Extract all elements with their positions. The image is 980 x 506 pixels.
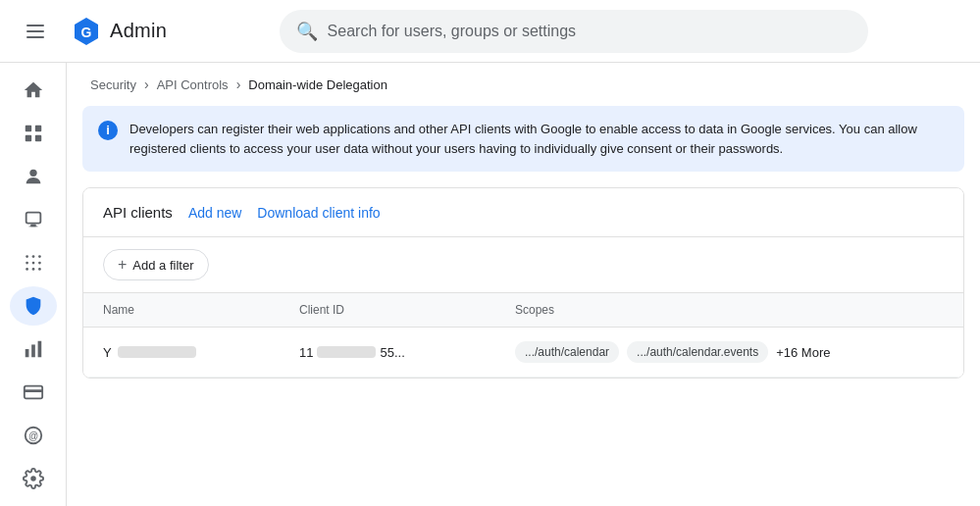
client-name-redacted: [118, 346, 196, 358]
svg-rect-4: [25, 135, 30, 141]
users-icon: [23, 166, 44, 187]
svg-point-13: [26, 262, 28, 265]
main-content: Security › API Controls › Domain-wide De…: [67, 63, 980, 506]
search-bar: 🔍: [280, 10, 868, 53]
sidebar-item-apps[interactable]: [10, 243, 57, 282]
svg-point-15: [38, 262, 41, 265]
breadcrumb-api-controls[interactable]: API Controls: [157, 77, 229, 92]
add-filter-button[interactable]: + Add a filter: [103, 249, 209, 280]
breadcrumb-sep-2: ›: [236, 76, 241, 92]
devices-icon: [23, 209, 44, 230]
sidebar-item-settings[interactable]: [10, 459, 57, 498]
scope-tag-1: .../auth/calendar: [515, 341, 619, 363]
col-header-scopes: Scopes: [515, 303, 944, 317]
svg-rect-2: [25, 126, 30, 131]
svg-point-11: [31, 255, 34, 258]
api-clients-title: API clients: [103, 204, 173, 221]
svg-rect-9: [28, 226, 37, 227]
table-row[interactable]: Y 11 55... .../auth/calendar .../auth/ca…: [83, 328, 963, 378]
svg-point-14: [31, 262, 34, 265]
client-id-cell: 11 55...: [299, 345, 515, 360]
info-banner-text: Developers can register their web applic…: [129, 120, 949, 158]
sidebar-item-users[interactable]: [10, 157, 57, 196]
client-id-redacted: [317, 346, 376, 358]
email-icon: @: [23, 425, 44, 446]
client-name-cell: Y: [103, 345, 299, 360]
svg-point-6: [29, 170, 36, 177]
app-name: Admin: [110, 20, 167, 42]
svg-point-18: [38, 268, 41, 271]
api-clients-header: API clients Add new Download client info: [83, 188, 963, 237]
sidebar-item-home[interactable]: [10, 71, 57, 110]
svg-point-17: [31, 268, 34, 271]
sidebar-item-dashboard[interactable]: [10, 114, 57, 153]
google-logo-icon: G: [71, 16, 102, 47]
breadcrumb-security[interactable]: Security: [90, 77, 136, 92]
sidebar: @: [0, 63, 67, 506]
svg-rect-3: [34, 126, 40, 131]
menu-button[interactable]: [16, 12, 55, 51]
info-banner: i Developers can register their web appl…: [82, 106, 964, 172]
col-header-name: Name: [103, 303, 299, 317]
reports-icon: [23, 338, 44, 360]
svg-point-12: [38, 255, 41, 258]
sidebar-item-billing[interactable]: [10, 373, 57, 412]
search-input[interactable]: [328, 23, 851, 40]
sidebar-item-devices[interactable]: [10, 200, 57, 239]
api-clients-section: API clients Add new Download client info…: [82, 187, 964, 379]
client-name-letter: Y: [103, 345, 112, 360]
svg-rect-7: [26, 213, 40, 224]
download-client-info-button[interactable]: Download client info: [257, 205, 380, 221]
sidebar-item-reports[interactable]: [10, 329, 57, 369]
scopes-cell: .../auth/calendar .../auth/calendar.even…: [515, 341, 944, 363]
svg-rect-20: [31, 344, 35, 357]
svg-point-10: [26, 255, 28, 258]
info-icon: i: [98, 121, 118, 140]
filter-area: + Add a filter: [83, 237, 963, 293]
breadcrumb-current: Domain-wide Delegation: [248, 77, 387, 92]
sidebar-item-email[interactable]: @: [10, 416, 57, 455]
svg-point-26: [30, 476, 36, 481]
svg-rect-23: [24, 389, 41, 392]
svg-text:G: G: [81, 25, 92, 40]
breadcrumb: Security › API Controls › Domain-wide De…: [67, 63, 980, 106]
client-id-suffix: 55...: [380, 345, 404, 360]
sidebar-item-security[interactable]: [10, 286, 57, 326]
main-layout: @ Security › API Controls › Domain-wide …: [0, 63, 980, 506]
svg-rect-21: [37, 341, 41, 358]
table-area: Name Client ID Scopes Y 11 55...: [83, 293, 963, 378]
scope-tag-2: .../auth/calendar.events: [627, 341, 768, 363]
dashboard-icon: [23, 123, 44, 144]
more-scopes-label[interactable]: +16 More: [776, 345, 830, 360]
top-navigation: G Admin 🔍: [0, 0, 980, 63]
svg-text:@: @: [27, 430, 37, 441]
home-icon: [23, 79, 44, 101]
add-new-button[interactable]: Add new: [188, 205, 241, 221]
col-header-clientid: Client ID: [299, 303, 515, 317]
svg-rect-19: [25, 349, 28, 357]
breadcrumb-sep-1: ›: [144, 76, 149, 92]
hamburger-icon: [26, 25, 44, 38]
security-icon: [23, 295, 44, 317]
filter-label: Add a filter: [132, 258, 193, 273]
svg-point-16: [26, 268, 28, 271]
table-header: Name Client ID Scopes: [83, 293, 963, 328]
client-id-prefix: 11: [299, 345, 313, 360]
settings-icon: [23, 468, 44, 489]
apps-icon: [23, 252, 44, 274]
filter-plus-icon: +: [118, 256, 127, 274]
search-icon: 🔍: [296, 21, 318, 42]
app-logo[interactable]: G Admin: [71, 16, 167, 47]
billing-icon: [23, 381, 44, 403]
svg-rect-5: [34, 135, 40, 141]
